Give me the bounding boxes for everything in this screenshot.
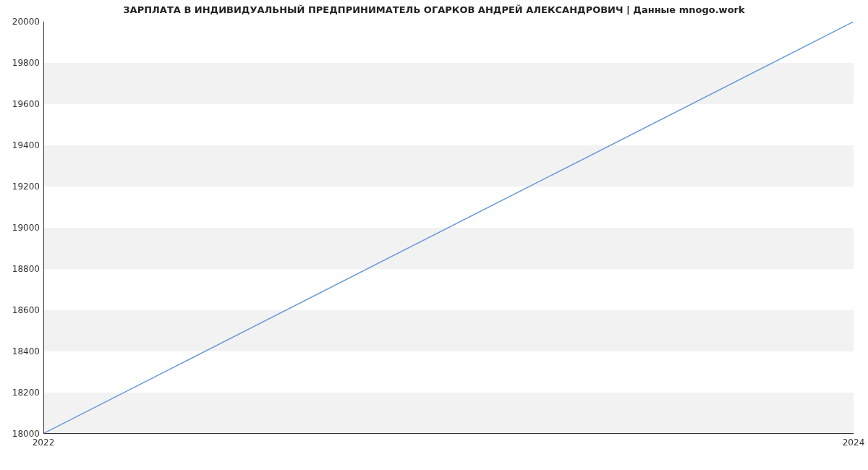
y-tick-label: 18400 [4,346,40,356]
y-tick-label: 19200 [4,181,40,192]
y-tick-label: 19400 [4,140,40,150]
y-tick-label: 20000 [4,17,40,27]
y-tick-label: 18200 [4,388,40,398]
line-layer [44,22,854,433]
chart-title: ЗАРПЛАТА В ИНДИВИДУАЛЬНЫЙ ПРЕДПРИНИМАТЕЛ… [0,4,868,15]
series-line [44,22,854,433]
x-tick-label: 2022 [33,437,55,448]
chart-container: ЗАРПЛАТА В ИНДИВИДУАЛЬНЫЙ ПРЕДПРИНИМАТЕЛ… [0,0,868,470]
y-tick-label: 18800 [4,264,40,274]
y-tick-label: 19600 [4,99,40,109]
y-tick-label: 19800 [4,58,40,68]
x-tick-label: 2024 [843,437,865,448]
plot-area [43,22,854,434]
y-tick-label: 18600 [4,305,40,315]
y-tick-label: 19000 [4,223,40,233]
